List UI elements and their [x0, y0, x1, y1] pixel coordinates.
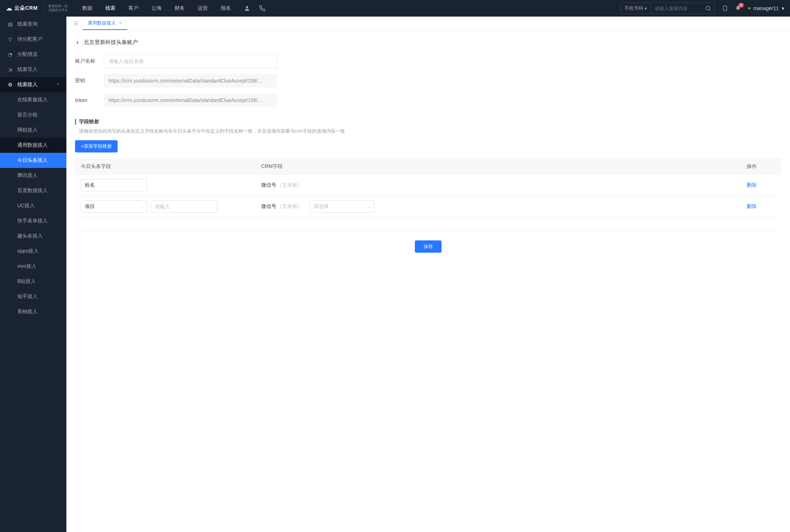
source-field-input[interactable]: [151, 200, 217, 213]
sidebar-item-pending[interactable]: ▽ 待分配客户: [0, 32, 66, 47]
plug-icon: ⚙: [7, 82, 13, 88]
source-field-select[interactable]: 项目 ⌄: [81, 200, 147, 213]
svg-point-2: [706, 6, 710, 10]
sidebar-sub-uc[interactable]: UC接入: [0, 198, 66, 213]
logo-subtitle: 教育机构一站 式服务云平台: [48, 4, 68, 12]
section-bar-icon: [75, 119, 76, 125]
col-crm: CRM字段: [261, 163, 747, 170]
phone-icon[interactable]: [259, 5, 265, 12]
sidebar-sub-online-service[interactable]: 在线客服接入: [0, 92, 66, 107]
sidebar-item-lead-query[interactable]: ▤ 线索查询: [0, 17, 66, 32]
sidebar-sub-toutiao[interactable]: 今日头条接入: [0, 153, 66, 168]
chevron-down-icon: ⌄: [140, 183, 143, 187]
chevron-down-icon: ▾: [645, 6, 647, 11]
sidebar-sub-kuaishou[interactable]: 快手表单接入: [0, 213, 66, 229]
sidebar-item-assignment[interactable]: ◔ 分配情况: [0, 47, 66, 62]
sidebar-sub-meiyou[interactable]: 美柚接入: [0, 304, 66, 319]
sidebar-sub-baidu[interactable]: 百度数据接入: [0, 183, 66, 198]
delete-link[interactable]: 删除: [747, 203, 757, 209]
nav-signup[interactable]: 报名: [221, 5, 231, 12]
chevron-down-icon: ▾: [782, 5, 784, 11]
bell-icon[interactable]: 5: [735, 5, 741, 12]
sidebar-sub-bilibili[interactable]: B站接入: [0, 274, 66, 289]
sidebar-sub-zhihu[interactable]: 知乎接入: [0, 289, 66, 304]
label-account-name: 账户名称: [75, 58, 98, 65]
nav-data[interactable]: 数据: [82, 5, 92, 12]
section-hint: 请确保您在此填写的头条自定义字段名称与在今日头条平台中自定义的字段名称一致，并且…: [66, 128, 790, 140]
main-content: ☰ 通用数据接入 ✕ 北京昱新科技头条账户 账户名称 密钥: [66, 17, 790, 532]
page-header: 北京昱新科技头条账户: [66, 39, 790, 52]
col-source: 今日头条字段: [81, 163, 261, 170]
top-header: ☁ 云朵CRM 教育机构一站 式服务云平台 数据 线索 客户 公海 财务 运营 …: [0, 0, 790, 17]
sidebar-item-import[interactable]: ⇲ 线索导入: [0, 62, 66, 77]
sidebar: ▤ 线索查询 ▽ 待分配客户 ◔ 分配情况 ⇲ 线索导入 ⚙ 线索接入 ⌃ 在线…: [0, 17, 66, 532]
logo-divider: [43, 4, 43, 13]
nav-finance[interactable]: 财务: [175, 5, 185, 12]
input-token[interactable]: [104, 93, 277, 107]
crm-field-select[interactable]: 请选择 ⌄: [310, 200, 374, 213]
input-secret[interactable]: [104, 74, 277, 88]
mobile-icon[interactable]: [722, 5, 728, 12]
sidebar-sub-vivo[interactable]: vivo接入: [0, 259, 66, 274]
crm-field-name: 微信号: [261, 182, 276, 188]
table-row-empty: [75, 217, 781, 232]
save-button[interactable]: 保存: [415, 240, 442, 253]
table-row: 姓名 ⌄ 微信号（文本框） 删除: [75, 175, 781, 196]
svg-point-0: [246, 6, 248, 8]
user-add-icon[interactable]: [244, 5, 250, 12]
logo[interactable]: ☁ 云朵CRM 教育机构一站 式服务云平台: [6, 4, 68, 13]
section-title: 字段映射: [79, 119, 99, 125]
user-menu[interactable]: manager11 ▾: [748, 5, 784, 11]
delete-link[interactable]: 删除: [747, 182, 757, 188]
add-mapping-button[interactable]: +添加字段映射: [75, 140, 118, 152]
search-input[interactable]: [651, 6, 702, 11]
search-group: 手机号码 ▾: [620, 3, 715, 14]
nav-pool[interactable]: 公海: [152, 5, 162, 12]
search-type-select[interactable]: 手机号码 ▾: [621, 3, 651, 14]
footer: 保存: [66, 232, 790, 256]
sidebar-sub-qutoutiao[interactable]: 趣头条接入: [0, 229, 66, 244]
tab-generic-data[interactable]: 通用数据接入 ✕: [83, 17, 127, 30]
input-account-name[interactable]: [104, 54, 277, 68]
back-icon[interactable]: [75, 40, 80, 45]
sidebar-sub-generic-data[interactable]: 通用数据接入: [0, 138, 66, 153]
notification-badge: 5: [738, 3, 744, 8]
import-icon: ⇲: [7, 67, 13, 72]
nav-operation[interactable]: 运营: [198, 5, 208, 12]
form-row-token: token: [66, 90, 790, 110]
form-row-name: 账户名称: [66, 52, 790, 71]
sidebar-sub-school[interactable]: 网校接入: [0, 123, 66, 138]
status-dot-icon: [748, 7, 750, 9]
search-icon[interactable]: [702, 5, 715, 11]
label-secret: 密钥: [75, 77, 98, 84]
sidebar-item-integration[interactable]: ⚙ 线索接入 ⌃: [0, 77, 66, 92]
col-op: 操作: [747, 163, 776, 170]
sidebar-sub-message-group[interactable]: 留言分组: [0, 107, 66, 123]
crm-field-type: （文本框）: [277, 203, 302, 209]
page-content: 北京昱新科技头条账户 账户名称 密钥 token 字段映射 请确保您在此填写的头…: [66, 30, 790, 532]
tabs-collapse-icon[interactable]: ☰: [69, 21, 83, 26]
chevron-down-icon: ⌄: [140, 205, 143, 209]
crm-field-name: 微信号: [261, 203, 276, 209]
nav-icon-group: [244, 5, 265, 12]
nav-leads[interactable]: 线索: [105, 5, 115, 12]
tab-bar: ☰ 通用数据接入 ✕: [66, 17, 790, 30]
crm-field-type: （文本框）: [277, 182, 302, 188]
chevron-down-icon: ⌄: [368, 205, 370, 209]
sidebar-sub-tencent[interactable]: 腾讯接入: [0, 168, 66, 183]
close-icon[interactable]: ✕: [119, 21, 122, 26]
username: manager11: [753, 5, 779, 11]
section-header-mapping: 字段映射: [66, 110, 790, 128]
source-field-select[interactable]: 姓名 ⌄: [81, 179, 147, 191]
sidebar-sub-oppo[interactable]: oppo接入: [0, 244, 66, 259]
logo-cloud-icon: ☁: [6, 4, 12, 12]
chevron-up-icon: ⌃: [56, 83, 59, 87]
main-nav: 数据 线索 客户 公海 财务 运营 报名: [82, 5, 231, 12]
list-icon: ▤: [7, 21, 13, 27]
table-row: 项目 ⌄ 微信号（文本框） 请选择 ⌄: [75, 196, 781, 217]
svg-rect-3: [724, 6, 727, 10]
pie-icon: ◔: [7, 52, 13, 57]
mapping-table: 今日头条字段 CRM字段 操作 姓名 ⌄ 微信号（文本框）: [66, 158, 790, 232]
header-right: 手机号码 ▾ 5 manager11 ▾: [620, 3, 784, 14]
nav-customers[interactable]: 客户: [128, 5, 139, 12]
